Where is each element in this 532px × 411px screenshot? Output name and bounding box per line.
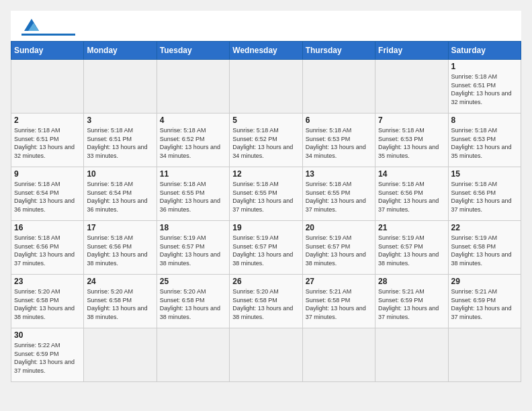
table-row: 26 Sunrise: 5:20 AM Sunset: 6:58 PM Dayl…: [230, 275, 302, 328]
page: Sunday Monday Tuesday Wednesday Thursday…: [11, 11, 521, 382]
sunset: Sunset: 6:54 PM: [14, 189, 59, 196]
day-number: 27: [306, 277, 372, 286]
table-row: [230, 60, 302, 113]
sunrise: Sunrise: 5:18 AM: [14, 181, 60, 187]
sunrise: Sunrise: 5:18 AM: [160, 127, 206, 134]
day-info: Sunrise: 5:18 AM Sunset: 6:52 PM Dayligh…: [160, 126, 226, 160]
header: [11, 11, 521, 41]
sunset: Sunset: 6:56 PM: [14, 243, 59, 250]
daylight: Daylight: 13 hours and 38 minutes.: [160, 305, 220, 320]
day-number: 3: [87, 116, 153, 125]
sunrise: Sunrise: 5:18 AM: [451, 127, 498, 134]
daylight: Daylight: 13 hours and 35 minutes.: [451, 144, 512, 159]
sunset: Sunset: 6:56 PM: [378, 189, 423, 196]
sunset: Sunset: 6:51 PM: [451, 82, 496, 89]
day-number: 8: [451, 116, 518, 125]
day-number: 12: [232, 169, 299, 179]
day-info: Sunrise: 5:19 AM Sunset: 6:57 PM Dayligh…: [306, 234, 372, 267]
table-row: [11, 60, 84, 113]
sunrise: Sunrise: 5:18 AM: [232, 181, 279, 187]
day-number: 7: [378, 116, 445, 125]
table-row: 11 Sunrise: 5:18 AM Sunset: 6:55 PM Dayl…: [157, 167, 229, 221]
sunset: Sunset: 6:59 PM: [451, 297, 496, 304]
sunrise: Sunrise: 5:20 AM: [87, 288, 133, 295]
calendar-row: 16 Sunrise: 5:18 AM Sunset: 6:56 PM Dayl…: [11, 221, 521, 275]
table-row: 30 Sunrise: 5:22 AM Sunset: 6:59 PM Dayl…: [11, 328, 84, 382]
sunrise: Sunrise: 5:19 AM: [232, 234, 279, 241]
day-info: Sunrise: 5:18 AM Sunset: 6:55 PM Dayligh…: [160, 180, 226, 214]
day-info: Sunrise: 5:18 AM Sunset: 6:51 PM Dayligh…: [87, 126, 153, 160]
daylight: Daylight: 13 hours and 36 minutes.: [87, 197, 147, 213]
daylight: Daylight: 13 hours and 34 minutes.: [232, 144, 293, 159]
day-number: 26: [232, 277, 299, 286]
daylight: Daylight: 13 hours and 33 minutes.: [87, 144, 147, 159]
sunset: Sunset: 6:56 PM: [451, 189, 496, 196]
day-number: 30: [14, 330, 81, 340]
logo: [21, 19, 75, 36]
daylight: Daylight: 13 hours and 37 minutes.: [14, 359, 75, 374]
daylight: Daylight: 13 hours and 38 minutes.: [160, 251, 220, 267]
day-number: 13: [306, 169, 372, 179]
table-row: 27 Sunrise: 5:21 AM Sunset: 6:58 PM Dayl…: [302, 275, 375, 328]
table-row: 29 Sunrise: 5:21 AM Sunset: 6:59 PM Dayl…: [448, 275, 521, 328]
daylight: Daylight: 13 hours and 36 minutes.: [14, 197, 75, 213]
day-number: 10: [87, 169, 153, 179]
table-row: [230, 328, 302, 382]
day-number: 22: [451, 223, 518, 232]
day-number: 18: [160, 223, 226, 232]
day-number: 9: [14, 169, 81, 179]
daylight: Daylight: 13 hours and 37 minutes.: [232, 197, 293, 213]
daylight: Daylight: 13 hours and 38 minutes.: [306, 251, 366, 267]
day-number: 20: [306, 223, 372, 232]
daylight: Daylight: 13 hours and 38 minutes.: [87, 305, 147, 320]
table-row: 3 Sunrise: 5:18 AM Sunset: 6:51 PM Dayli…: [84, 113, 157, 167]
day-number: 29: [451, 277, 518, 286]
daylight: Daylight: 13 hours and 38 minutes.: [378, 251, 439, 267]
sunset: Sunset: 6:52 PM: [232, 136, 277, 142]
daylight: Daylight: 13 hours and 36 minutes.: [160, 197, 220, 213]
day-info: Sunrise: 5:19 AM Sunset: 6:57 PM Dayligh…: [160, 234, 226, 267]
sunrise: Sunrise: 5:21 AM: [451, 288, 498, 295]
table-row: 20 Sunrise: 5:19 AM Sunset: 6:57 PM Dayl…: [302, 221, 375, 275]
daylight: Daylight: 13 hours and 37 minutes.: [306, 197, 366, 213]
table-row: [375, 60, 448, 113]
day-number: 15: [451, 169, 518, 179]
sunrise: Sunrise: 5:20 AM: [14, 288, 60, 295]
day-number: 19: [232, 223, 299, 232]
sunrise: Sunrise: 5:19 AM: [306, 234, 352, 241]
daylight: Daylight: 13 hours and 37 minutes.: [451, 305, 512, 320]
day-info: Sunrise: 5:19 AM Sunset: 6:57 PM Dayligh…: [232, 234, 299, 267]
daylight: Daylight: 13 hours and 35 minutes.: [378, 144, 439, 159]
table-row: 9 Sunrise: 5:18 AM Sunset: 6:54 PM Dayli…: [11, 167, 84, 221]
daylight: Daylight: 13 hours and 37 minutes.: [378, 305, 439, 320]
sunset: Sunset: 6:59 PM: [14, 351, 59, 357]
sunset: Sunset: 6:54 PM: [87, 189, 132, 196]
day-info: Sunrise: 5:18 AM Sunset: 6:54 PM Dayligh…: [87, 180, 153, 214]
day-info: Sunrise: 5:21 AM Sunset: 6:59 PM Dayligh…: [451, 287, 518, 321]
day-number: 14: [378, 169, 445, 179]
table-row: [375, 328, 448, 382]
calendar-row: 30 Sunrise: 5:22 AM Sunset: 6:59 PM Dayl…: [11, 328, 521, 382]
table-row: 7 Sunrise: 5:18 AM Sunset: 6:53 PM Dayli…: [375, 113, 448, 167]
header-thursday: Thursday: [302, 42, 375, 60]
sunset: Sunset: 6:55 PM: [306, 189, 351, 196]
day-info: Sunrise: 5:18 AM Sunset: 6:53 PM Dayligh…: [378, 126, 445, 160]
sunrise: Sunrise: 5:21 AM: [306, 288, 352, 295]
day-info: Sunrise: 5:20 AM Sunset: 6:58 PM Dayligh…: [14, 287, 81, 321]
logo-underline: [21, 34, 75, 36]
sunrise: Sunrise: 5:19 AM: [378, 234, 425, 241]
table-row: 5 Sunrise: 5:18 AM Sunset: 6:52 PM Dayli…: [230, 113, 302, 167]
table-row: 16 Sunrise: 5:18 AM Sunset: 6:56 PM Dayl…: [11, 221, 84, 275]
sunset: Sunset: 6:58 PM: [14, 297, 59, 304]
table-row: 25 Sunrise: 5:20 AM Sunset: 6:58 PM Dayl…: [157, 275, 229, 328]
header-saturday: Saturday: [448, 42, 521, 60]
day-info: Sunrise: 5:18 AM Sunset: 6:53 PM Dayligh…: [306, 126, 372, 160]
table-row: 13 Sunrise: 5:18 AM Sunset: 6:55 PM Dayl…: [302, 167, 375, 221]
sunset: Sunset: 6:59 PM: [378, 297, 423, 304]
table-row: 4 Sunrise: 5:18 AM Sunset: 6:52 PM Dayli…: [157, 113, 229, 167]
day-info: Sunrise: 5:19 AM Sunset: 6:57 PM Dayligh…: [378, 234, 445, 267]
sunset: Sunset: 6:51 PM: [87, 136, 132, 142]
daylight: Daylight: 13 hours and 37 minutes.: [306, 305, 366, 320]
table-row: 17 Sunrise: 5:18 AM Sunset: 6:56 PM Dayl…: [84, 221, 157, 275]
daylight: Daylight: 13 hours and 34 minutes.: [306, 144, 366, 159]
